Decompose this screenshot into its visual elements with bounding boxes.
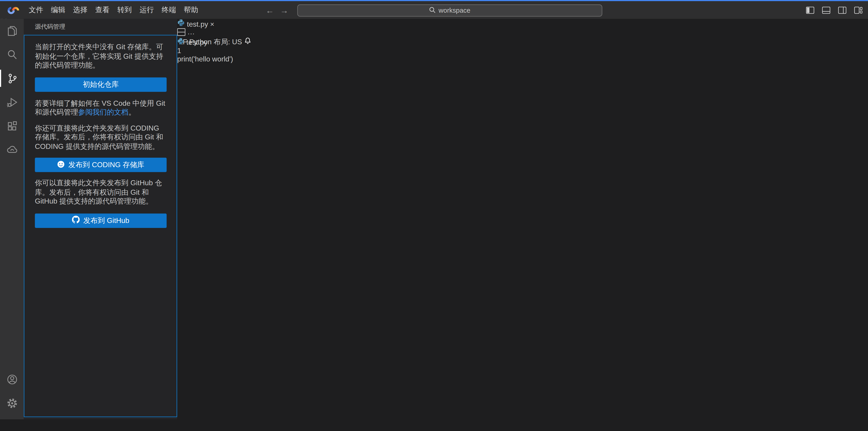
publish-to-coding-button[interactable]: 发布到 CODING 存储库: [35, 158, 166, 172]
token-open-paren: (: [191, 55, 194, 63]
coding-logo-icon: [57, 160, 65, 170]
menu-file[interactable]: 文件: [25, 1, 47, 19]
activity-bar: [0, 19, 24, 419]
title-bar: 文件 编辑 选择 查看 转到 运行 终端 帮助 ← → workspace: [0, 1, 868, 19]
python-file-icon: [177, 38, 186, 46]
toggle-secondary-sidebar-icon[interactable]: [837, 6, 848, 13]
cloud-studio-logo-icon: [7, 5, 20, 15]
source-control-sidebar: 源代码管理 当前打开的文件夹中没有 Git 存储库。可初始化一个仓库，它将实现 …: [24, 19, 177, 419]
cloud-view-icon[interactable]: [0, 138, 24, 162]
source-control-welcome-view: 当前打开的文件夹中没有 Git 存储库。可初始化一个仓库，它将实现 Git 提供…: [24, 35, 177, 417]
no-repo-message: 当前打开的文件夹中没有 Git 存储库。可初始化一个仓库，它将实现 Git 提供…: [35, 43, 166, 70]
search-placeholder-text: workspace: [438, 6, 470, 14]
extensions-icon[interactable]: [0, 114, 24, 138]
layout-controls: [805, 1, 864, 19]
toggle-sidebar-icon[interactable]: [805, 6, 815, 13]
code-editor[interactable]: 1 print('hello world'): [177, 46, 233, 63]
docs-message-period: 。: [128, 108, 135, 116]
menu-help[interactable]: 帮助: [180, 1, 202, 19]
github-button-area: 发布到 GitHub: [35, 213, 166, 228]
sidebar-title: 源代码管理: [24, 19, 177, 35]
activity-bar-bottom: [0, 367, 24, 415]
menu-view[interactable]: 查看: [91, 1, 114, 19]
search-icon: [429, 6, 436, 15]
editor-group: test.py × ··· test.py: [177, 19, 233, 419]
account-icon[interactable]: [0, 367, 24, 391]
line-number: 1: [177, 46, 233, 55]
menu-bar: 文件 编辑 选择 查看 转到 运行 终端 帮助: [25, 1, 202, 19]
run-debug-icon[interactable]: [0, 90, 24, 114]
source-control-icon[interactable]: [0, 66, 24, 90]
coding-publish-message: 你还可直接将此文件夹发布到 CODING 存储库。发布后，你将有权访问由 Git…: [35, 124, 166, 151]
cloud-studio-window: 文件 编辑 选择 查看 转到 运行 终端 帮助 ← → workspace: [0, 0, 868, 431]
search-view-icon[interactable]: [0, 43, 24, 66]
breadcrumb: test.py: [177, 38, 233, 46]
command-center-search[interactable]: workspace: [297, 4, 602, 17]
initialize-repository-button[interactable]: 初始化仓库: [35, 77, 166, 92]
python-file-icon: [177, 20, 187, 28]
tab-bar: test.py × ···: [177, 19, 233, 37]
more-actions-icon[interactable]: ···: [187, 29, 195, 38]
menu-edit[interactable]: 编辑: [47, 1, 69, 19]
breadcrumb-item-file[interactable]: test.py: [186, 38, 208, 46]
workbench: 源代码管理 当前打开的文件夹中没有 Git 存储库。可初始化一个仓库，它将实现 …: [0, 19, 868, 419]
publish-to-coding-label: 发布到 CODING 存储库: [68, 160, 144, 170]
annotation-highlight-box: [27, 209, 176, 238]
back-icon[interactable]: ←: [266, 5, 274, 15]
token-string: 'hello world': [193, 55, 230, 63]
settings-gear-icon[interactable]: [0, 391, 24, 415]
github-publish-message: 你可以直接将此文件夹发布到 GitHub 仓库。发布后，你将有权访问由 Git …: [35, 179, 166, 206]
window-top-accent: [0, 0, 868, 1]
tab-label: test.py: [187, 20, 208, 28]
menu-run[interactable]: 运行: [135, 1, 158, 19]
tab-close-icon[interactable]: ×: [210, 20, 215, 28]
history-nav: ← →: [266, 1, 288, 19]
toggle-panel-icon[interactable]: [821, 6, 832, 13]
customize-layout-icon[interactable]: [853, 6, 864, 13]
read-our-docs-link[interactable]: 参阅我们的文档: [78, 108, 128, 116]
explorer-icon[interactable]: [0, 19, 24, 42]
editor-actions: ···: [177, 28, 233, 38]
split-editor-icon[interactable]: [177, 29, 188, 38]
docs-message: 若要详细了解如何在 VS Code 中使用 Git 和源代码管理参阅我们的文档。: [35, 99, 166, 117]
token-close-paren: ): [231, 55, 233, 63]
forward-icon[interactable]: →: [280, 5, 288, 15]
menu-goto[interactable]: 转到: [114, 1, 135, 19]
menu-terminal[interactable]: 终端: [158, 1, 180, 19]
active-view-indicator: [0, 70, 1, 87]
tab-test-py[interactable]: test.py ×: [177, 19, 233, 28]
token-print: print: [177, 55, 191, 63]
menu-selection[interactable]: 选择: [69, 1, 91, 19]
code-line-1[interactable]: print('hello world'): [177, 55, 233, 63]
